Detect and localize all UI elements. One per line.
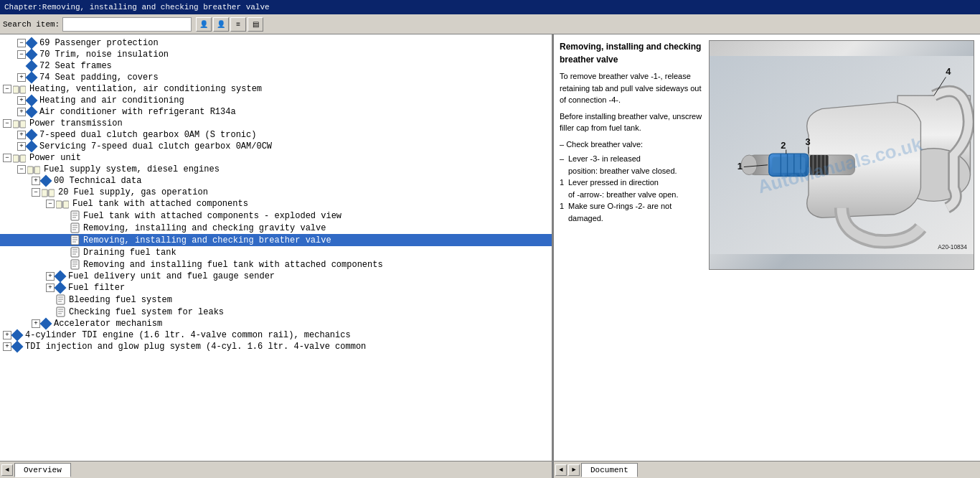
doc-icon xyxy=(56,306,65,317)
expand-icon-25[interactable]: + xyxy=(32,319,40,328)
blue-diamond-icon xyxy=(56,272,65,281)
tree-item-label-22: Fuel filter xyxy=(68,283,125,293)
tree-item-18[interactable]: Removing, installing and checking breath… xyxy=(0,234,552,246)
expand-icon-7[interactable]: + xyxy=(17,108,26,116)
tree-item-10[interactable]: +Servicing 7-speed dual clutch gearbox 0… xyxy=(0,141,552,152)
tree-item-1[interactable]: −69 Passenger protection xyxy=(0,37,552,49)
svg-rect-10 xyxy=(34,167,40,174)
step1-marker: – xyxy=(560,153,568,177)
expand-icon-26[interactable]: + xyxy=(3,331,11,339)
tree-item-label-19: Draining fuel tank xyxy=(83,248,176,258)
tree-item-24[interactable]: Checking fuel system for leaks xyxy=(0,306,552,318)
expand-icon-8[interactable]: − xyxy=(3,119,11,128)
svg-rect-1 xyxy=(20,86,26,93)
para1: To remove breather valve -1-, release re… xyxy=(560,70,703,106)
svg-rect-6 xyxy=(13,155,19,162)
tree-item-3[interactable]: 72 Seat frames xyxy=(0,60,552,72)
tree-item-16[interactable]: Fuel tank with attached components - exp… xyxy=(0,210,552,222)
toolbar-extra-button[interactable]: ▤ xyxy=(248,17,263,32)
tree-item-label-20: Removing and installing fuel tank with a… xyxy=(83,260,383,270)
expand-icon-11[interactable]: − xyxy=(3,154,11,162)
expand-icon-9[interactable]: + xyxy=(17,131,26,139)
tree-item-label-7: Air conditioner with refrigerant R134a xyxy=(39,107,236,117)
svg-rect-13 xyxy=(49,189,55,197)
blue-diamond-icon xyxy=(27,62,36,70)
expand-icon-10[interactable]: + xyxy=(17,142,26,151)
tree-item-22[interactable]: +Fuel filter xyxy=(0,282,552,294)
tree-item-23[interactable]: Bleeding fuel system xyxy=(0,294,552,306)
expand-icon-4[interactable]: + xyxy=(17,73,26,82)
tree-item-label-16: Fuel tank with attached components - exp… xyxy=(83,211,341,221)
step1-row: – Lever -3- in released position: breath… xyxy=(560,153,703,177)
expand-icon-15[interactable]: − xyxy=(46,200,55,208)
doc-icon xyxy=(70,235,80,245)
tree-item-label-25: Accelerator mechanism xyxy=(54,319,162,329)
tree-item-12[interactable]: −Fuel supply system, diesel engines xyxy=(0,164,552,175)
blue-diamond-icon xyxy=(42,319,50,328)
tree-item-13[interactable]: +00 Technical data xyxy=(0,175,552,187)
expand-icon-5[interactable]: − xyxy=(3,85,11,93)
tree-item-label-24: Checking fuel system for leaks xyxy=(69,307,224,317)
tree-item-label-14: 20 Fuel supply, gas operation xyxy=(58,187,208,197)
step3-text: Make sure O-rings -2- are not damaged. xyxy=(568,200,703,224)
expand-icon-22[interactable]: + xyxy=(46,283,55,292)
blue-diamond-icon xyxy=(27,50,36,59)
tab-document[interactable]: Document xyxy=(581,463,638,477)
blue-diamond-icon xyxy=(56,283,65,292)
tree-item-4[interactable]: +74 Seat padding, covers xyxy=(0,72,552,83)
expand-icon-14[interactable]: − xyxy=(32,188,40,197)
blue-diamond-icon xyxy=(13,342,22,351)
doc-icon xyxy=(70,247,80,258)
open-book-icon xyxy=(13,154,26,163)
tree-item-20[interactable]: Removing and installing fuel tank with a… xyxy=(0,258,552,271)
blue-diamond-icon xyxy=(27,108,36,116)
toolbar-user1-button[interactable]: 👤 xyxy=(196,17,212,32)
search-input[interactable] xyxy=(62,17,192,32)
toolbar-user2-button[interactable]: 👤 xyxy=(213,17,229,32)
blue-diamond-icon xyxy=(27,142,36,151)
tree-item-17[interactable]: Removing, installing and checking gravit… xyxy=(0,222,552,234)
tree-item-15[interactable]: −Fuel tank with attached components xyxy=(0,198,552,210)
expand-icon-21[interactable]: + xyxy=(46,272,55,281)
tree-item-11[interactable]: −Power unit xyxy=(0,152,552,164)
expand-icon-27[interactable]: + xyxy=(3,342,11,351)
expand-icon-12[interactable]: − xyxy=(17,165,26,174)
tree-item-19[interactable]: Draining fuel tank xyxy=(0,246,552,258)
tree-container[interactable]: −69 Passenger protection−70 Trim, noise … xyxy=(0,34,552,461)
step2-text: Lever pressed in direction of -arrow-: b… xyxy=(568,177,703,200)
tree-item-27[interactable]: +TDI injection and glow plug system (4-c… xyxy=(0,341,552,352)
scroll-left-button[interactable]: ◄ xyxy=(1,464,13,476)
tree-item-14[interactable]: −20 Fuel supply, gas operation xyxy=(0,187,552,198)
step2-marker: 1 xyxy=(560,177,568,200)
document-title: Removing, installing and checking breath… xyxy=(560,40,703,66)
blue-diamond-icon xyxy=(27,131,36,139)
tab-overview[interactable]: Overview xyxy=(14,463,71,477)
expand-icon-2[interactable]: − xyxy=(17,50,26,59)
tree-item-7[interactable]: +Air conditioner with refrigerant R134a xyxy=(0,106,552,118)
svg-text:2: 2 xyxy=(781,140,786,151)
tree-item-label-11: Power unit xyxy=(29,153,81,163)
blue-diamond-icon xyxy=(42,177,50,185)
tree-item-8[interactable]: −Power transmission xyxy=(0,118,552,129)
scroll-prev-button[interactable]: ◄ xyxy=(555,464,567,476)
para2: Before installing breather valve, unscre… xyxy=(560,111,703,134)
tree-item-5[interactable]: −Heating, ventilation, air conditioning … xyxy=(0,83,552,95)
expand-icon-6[interactable]: + xyxy=(17,96,26,105)
tree-item-6[interactable]: +Heating and air conditioning xyxy=(0,95,552,106)
steps-table: – Lever -3- in released position: breath… xyxy=(560,153,703,224)
left-bottom-tabs: ◄ Overview xyxy=(0,461,554,478)
tree-item-25[interactable]: +Accelerator mechanism xyxy=(0,318,552,329)
tree-item-21[interactable]: +Fuel delivery unit and fuel gauge sende… xyxy=(0,271,552,282)
blue-diamond-icon xyxy=(27,73,36,82)
tree-item-2[interactable]: −70 Trim, noise insulation xyxy=(0,49,552,60)
expand-icon-1[interactable]: − xyxy=(17,39,26,47)
tree-item-9[interactable]: +7-speed dual clutch gearbox 0AM (S tron… xyxy=(0,129,552,141)
left-panel: −69 Passenger protection−70 Trim, noise … xyxy=(0,34,554,461)
tree-item-label-3: 72 Seat frames xyxy=(39,61,112,71)
tree-item-label-17: Removing, installing and checking gravit… xyxy=(83,223,326,233)
scroll-next-button[interactable]: ► xyxy=(568,464,580,476)
tree-item-26[interactable]: +4-cylinder TDI engine (1.6 ltr. 4-valve… xyxy=(0,329,552,341)
toolbar-menu-button[interactable]: ≡ xyxy=(230,17,246,32)
expand-icon-13[interactable]: + xyxy=(32,177,40,185)
tree-item-label-1: 69 Passenger protection xyxy=(39,38,159,48)
